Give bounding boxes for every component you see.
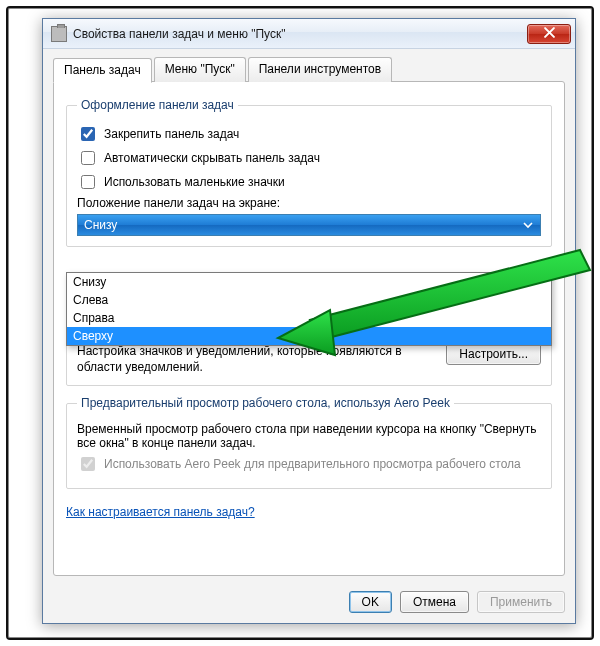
checkbox-autohide[interactable] xyxy=(81,151,95,165)
label-position: Положение панели задач на экране: xyxy=(77,196,541,210)
tab-label: Панели инструментов xyxy=(259,62,381,76)
titlebar[interactable]: Свойства панели задач и меню "Пуск" xyxy=(43,19,575,49)
label-lock-taskbar: Закрепить панель задач xyxy=(104,127,239,141)
tab-toolbars[interactable]: Панели инструментов xyxy=(248,57,392,82)
help-link[interactable]: Как настраивается панель задач? xyxy=(66,505,255,519)
apply-label: Применить xyxy=(490,595,552,609)
row-small-icons[interactable]: Использовать маленькие значки xyxy=(77,172,541,192)
tab-label: Меню "Пуск" xyxy=(165,62,235,76)
row-lock-taskbar[interactable]: Закрепить панель задач xyxy=(77,124,541,144)
tab-label: Панель задач xyxy=(64,63,141,77)
checkbox-aero-peek xyxy=(81,457,95,471)
option-right[interactable]: Справа xyxy=(67,309,551,327)
option-bottom[interactable]: Снизу xyxy=(67,273,551,291)
option-left[interactable]: Слева xyxy=(67,291,551,309)
checkbox-small-icons[interactable] xyxy=(81,175,95,189)
checkbox-lock-taskbar[interactable] xyxy=(81,127,95,141)
row-autohide[interactable]: Автоматически скрывать панель задач xyxy=(77,148,541,168)
customize-button-label: Настроить... xyxy=(459,347,528,361)
label-small-icons: Использовать маленькие значки xyxy=(104,175,285,189)
ok-button[interactable]: OK xyxy=(349,591,392,613)
combo-selected-text: Снизу xyxy=(84,218,117,232)
combo-taskbar-position[interactable]: Снизу xyxy=(77,214,541,236)
window-title: Свойства панели задач и меню "Пуск" xyxy=(73,27,527,41)
tab-taskbar-page: Оформление панели задач Закрепить панель… xyxy=(53,81,565,576)
option-top[interactable]: Сверху xyxy=(67,327,551,345)
chevron-down-icon xyxy=(520,217,536,233)
label-aero-peek: Использовать Aero Peek для предварительн… xyxy=(104,457,521,471)
close-button[interactable] xyxy=(527,24,571,44)
properties-window: Свойства панели задач и меню "Пуск" Пане… xyxy=(42,18,576,624)
row-aero-peek: Использовать Aero Peek для предварительн… xyxy=(77,454,541,474)
app-icon xyxy=(51,26,67,42)
customize-button[interactable]: Настроить... xyxy=(446,343,541,365)
cancel-label: Отмена xyxy=(413,595,456,609)
client-area: Панель задач Меню "Пуск" Панели инструме… xyxy=(43,49,575,623)
aero-text: Временный просмотр рабочего стола при на… xyxy=(77,422,541,450)
cancel-button[interactable]: Отмена xyxy=(400,591,469,613)
tabstrip: Панель задач Меню "Пуск" Панели инструме… xyxy=(53,57,565,82)
label-autohide: Автоматически скрывать панель задач xyxy=(104,151,320,165)
ok-label: OK xyxy=(362,595,379,609)
group-appearance: Оформление панели задач Закрепить панель… xyxy=(66,98,552,247)
dialog-button-bar: OK Отмена Применить xyxy=(349,591,565,613)
tab-taskbar[interactable]: Панель задач xyxy=(53,58,152,83)
group-aero-peek: Предварительный просмотр рабочего стола,… xyxy=(66,396,552,489)
group-aero-legend: Предварительный просмотр рабочего стола,… xyxy=(77,396,454,410)
apply-button[interactable]: Применить xyxy=(477,591,565,613)
dropdown-taskbar-position[interactable]: Снизу Слева Справа Сверху xyxy=(66,272,552,346)
notification-text: Настройка значков и уведомлений, которые… xyxy=(77,343,436,375)
close-icon xyxy=(544,27,555,41)
tab-start-menu[interactable]: Меню "Пуск" xyxy=(154,57,246,82)
group-appearance-legend: Оформление панели задач xyxy=(77,98,238,112)
